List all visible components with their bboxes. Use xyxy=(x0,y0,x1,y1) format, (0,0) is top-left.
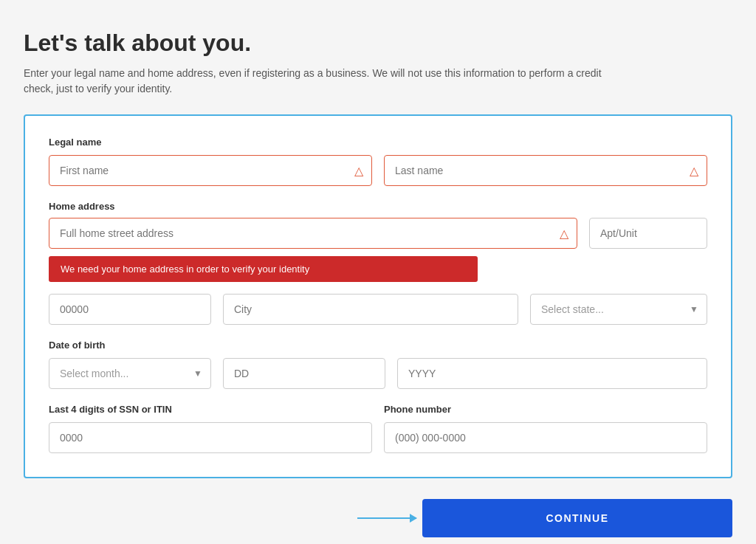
address-row: △ xyxy=(49,218,707,249)
arrow-icon xyxy=(357,517,416,519)
form-card: Legal name △ △ Home address △ xyxy=(24,114,732,478)
apt-input[interactable] xyxy=(589,218,707,249)
state-select-wrapper: Select state...AlabamaAlaskaArizonaArkan… xyxy=(530,294,707,325)
street-input[interactable] xyxy=(49,218,577,249)
zip-field xyxy=(49,294,211,325)
bottom-row: CONTINUE xyxy=(24,499,732,537)
phone-label: Phone number xyxy=(384,404,707,415)
page-title: Let's talk about you. xyxy=(24,30,732,57)
legal-name-label: Legal name xyxy=(49,137,707,148)
dob-row: Select month...JanuaryFebruaryMarchApril… xyxy=(49,358,707,389)
street-wrapper: △ xyxy=(49,218,577,249)
last-name-field: △ xyxy=(384,155,707,186)
dob-label: Date of birth xyxy=(49,340,707,351)
ssn-label: Last 4 digits of SSN or ITIN xyxy=(49,404,372,415)
first-name-field: △ xyxy=(49,155,372,186)
zip-city-state-row: Select state...AlabamaAlaskaArizonaArkan… xyxy=(49,294,707,325)
continue-button[interactable]: CONTINUE xyxy=(422,499,732,537)
address-error-banner: We need your home address in order to ve… xyxy=(49,256,478,282)
apt-field xyxy=(589,218,707,249)
ssn-input[interactable] xyxy=(49,422,372,453)
day-field xyxy=(223,358,385,389)
year-input[interactable] xyxy=(397,358,707,389)
city-field xyxy=(223,294,518,325)
first-name-wrapper: △ xyxy=(49,155,372,186)
first-name-input[interactable] xyxy=(49,155,372,186)
home-address-label: Home address xyxy=(49,201,707,212)
last-name-input[interactable] xyxy=(384,155,707,186)
zip-input[interactable] xyxy=(49,294,211,325)
state-select[interactable]: Select state...AlabamaAlaskaArizonaArkan… xyxy=(530,294,707,325)
page-subtitle: Enter your legal name and home address, … xyxy=(24,66,629,97)
ssn-phone-row: Last 4 digits of SSN or ITIN Phone numbe… xyxy=(49,404,707,453)
phone-section: Phone number xyxy=(384,404,707,453)
street-field: △ xyxy=(49,218,577,249)
name-row: △ △ xyxy=(49,155,707,186)
year-field xyxy=(397,358,707,389)
state-field: Select state...AlabamaAlaskaArizonaArkan… xyxy=(530,294,707,325)
phone-input[interactable] xyxy=(384,422,707,453)
month-select-wrapper: Select month...JanuaryFebruaryMarchApril… xyxy=(49,358,211,389)
month-field: Select month...JanuaryFebruaryMarchApril… xyxy=(49,358,211,389)
last-name-wrapper: △ xyxy=(384,155,707,186)
day-input[interactable] xyxy=(223,358,385,389)
ssn-section: Last 4 digits of SSN or ITIN xyxy=(49,404,372,453)
month-select[interactable]: Select month...JanuaryFebruaryMarchApril… xyxy=(49,358,211,389)
city-input[interactable] xyxy=(223,294,518,325)
page-container: Let's talk about you. Enter your legal n… xyxy=(24,30,732,537)
arrow-container xyxy=(357,517,416,519)
